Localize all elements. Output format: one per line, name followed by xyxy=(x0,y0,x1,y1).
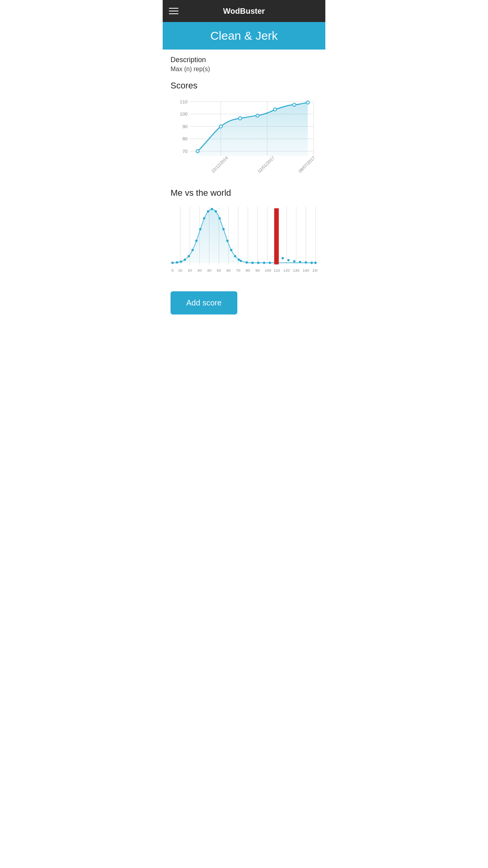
svg-text:80: 80 xyxy=(246,268,250,272)
svg-text:08/07/2017: 08/07/2017 xyxy=(297,155,316,174)
svg-point-59 xyxy=(251,261,254,264)
svg-text:90: 90 xyxy=(255,268,260,272)
svg-text:40: 40 xyxy=(207,268,211,272)
description-section: Description Max (n) rep(s) xyxy=(171,56,317,73)
svg-text:20: 20 xyxy=(188,268,192,272)
svg-point-62 xyxy=(269,261,271,264)
svg-rect-70 xyxy=(274,208,279,264)
svg-point-55 xyxy=(238,258,240,261)
svg-point-61 xyxy=(263,261,265,264)
svg-point-49 xyxy=(215,210,217,212)
svg-text:22/12/2014: 22/12/2014 xyxy=(211,155,229,174)
svg-point-64 xyxy=(287,259,290,261)
svg-point-51 xyxy=(222,228,225,230)
svg-text:130: 130 xyxy=(293,268,300,272)
svg-point-52 xyxy=(226,239,229,242)
svg-text:100: 100 xyxy=(180,111,188,117)
svg-point-48 xyxy=(211,208,213,210)
svg-point-69 xyxy=(314,261,317,264)
header: WodBuster xyxy=(163,0,325,22)
svg-point-41 xyxy=(183,258,186,261)
svg-point-67 xyxy=(305,261,307,263)
svg-text:140: 140 xyxy=(303,268,309,272)
description-label: Description xyxy=(171,56,317,64)
svg-point-44 xyxy=(195,239,198,242)
svg-point-63 xyxy=(281,257,284,259)
me-vs-world-section: Me vs the world xyxy=(171,188,317,282)
svg-point-60 xyxy=(257,261,259,264)
svg-point-14 xyxy=(219,125,222,128)
svg-text:60: 60 xyxy=(226,268,231,272)
svg-text:02/01/2017: 02/01/2017 xyxy=(257,155,275,174)
svg-point-42 xyxy=(187,255,190,257)
page-title: Clean & Jerk xyxy=(169,29,319,42)
svg-point-17 xyxy=(273,108,277,111)
scores-label: Scores xyxy=(171,81,317,91)
svg-point-38 xyxy=(171,261,174,264)
svg-point-46 xyxy=(203,217,205,219)
svg-text:110: 110 xyxy=(180,99,188,105)
svg-point-16 xyxy=(256,114,259,117)
svg-point-18 xyxy=(293,103,296,107)
svg-point-40 xyxy=(180,260,182,263)
svg-point-19 xyxy=(306,101,309,104)
header-title: WodBuster xyxy=(223,7,265,16)
svg-point-53 xyxy=(230,249,233,251)
svg-text:80: 80 xyxy=(182,136,188,142)
svg-text:70: 70 xyxy=(182,149,188,154)
svg-point-43 xyxy=(191,249,194,251)
svg-text:10: 10 xyxy=(178,268,182,272)
svg-point-13 xyxy=(196,150,199,153)
svg-point-58 xyxy=(246,261,248,263)
svg-point-50 xyxy=(218,217,221,219)
svg-text:50: 50 xyxy=(217,268,221,272)
svg-text:90: 90 xyxy=(182,124,188,129)
svg-point-68 xyxy=(310,261,313,264)
svg-point-57 xyxy=(240,259,242,262)
svg-point-66 xyxy=(299,261,301,263)
svg-text:30: 30 xyxy=(197,268,202,272)
me-vs-world-label: Me vs the world xyxy=(171,188,317,198)
content: Description Max (n) rep(s) Scores 110 10… xyxy=(163,50,325,330)
svg-point-65 xyxy=(293,260,295,262)
svg-text:100: 100 xyxy=(265,268,272,272)
svg-text:155: 155 xyxy=(312,268,317,272)
svg-text:70: 70 xyxy=(236,268,240,272)
description-value: Max (n) rep(s) xyxy=(171,66,317,73)
svg-text:0: 0 xyxy=(171,268,174,272)
svg-point-39 xyxy=(176,261,178,263)
svg-point-15 xyxy=(238,117,242,120)
svg-point-45 xyxy=(199,228,202,230)
add-score-button[interactable]: Add score xyxy=(171,291,237,314)
svg-text:110: 110 xyxy=(273,268,280,272)
blue-banner: Clean & Jerk xyxy=(163,22,325,50)
line-chart: 110 100 90 80 70 xyxy=(171,94,317,177)
svg-text:120: 120 xyxy=(283,268,290,272)
svg-point-47 xyxy=(207,210,209,212)
menu-icon[interactable] xyxy=(169,8,178,14)
svg-point-54 xyxy=(234,255,236,257)
scores-section: Scores 110 100 90 80 70 xyxy=(171,81,317,177)
